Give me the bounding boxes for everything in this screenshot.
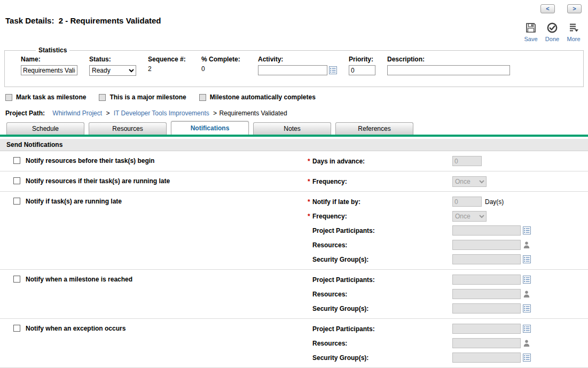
activity-label: Activity: [258,56,337,63]
notification-row: Notify when an exception occursProject P… [0,319,588,368]
activity-input[interactable] [258,65,327,75]
field-input[interactable] [452,324,521,334]
list-icon[interactable] [523,304,531,312]
field-input[interactable] [452,338,521,348]
more-button[interactable]: More [565,22,583,42]
priority-field-group: Priority: [349,56,375,75]
field-input[interactable] [452,156,482,166]
notification-checkbox[interactable] [13,198,20,205]
previous-task-button[interactable]: < [540,4,555,13]
list-icon[interactable] [329,66,337,74]
field-select[interactable]: Once [452,211,487,222]
list-icon[interactable] [523,354,531,362]
field-input[interactable] [452,240,521,250]
project-path-label: Project Path: [5,109,45,117]
next-task-button[interactable]: > [567,4,582,13]
field-control [452,324,531,334]
done-button[interactable]: Done [543,22,561,42]
sequence-label: Sequence #: [148,56,190,63]
description-input[interactable] [387,65,510,75]
notification-label: Notify if task(s) are running late [26,198,122,205]
project-path: Project Path: Whirlwind Project > IT Dev… [5,109,588,117]
notification-fields: Project Participants:Resources:Security … [307,322,588,365]
field-label: Resources: [312,291,452,298]
notification-row: Notify if task(s) are running lateNotify… [0,192,588,270]
percent-complete-field-group: % Complete: 0 [201,56,246,73]
name-label: Name: [21,56,77,63]
done-icon [546,22,558,35]
field-label: Notify if late by: [312,198,452,206]
milestone-option: Mark task as milestone [5,93,86,101]
project-path-link-project[interactable]: Whirlwind Project [52,109,102,117]
field-row: Frequency:Once [307,174,588,189]
notification-checkbox[interactable] [13,157,20,164]
field-control: Day(s) [452,197,504,207]
field-input[interactable] [452,254,521,264]
field-input[interactable] [452,289,521,299]
field-control [452,225,531,236]
field-input[interactable] [452,353,521,363]
field-label: Resources: [312,340,452,347]
notification-label: Notify when an exception occurs [26,325,126,332]
percent-complete-label: % Complete: [201,56,246,63]
priority-label: Priority: [349,56,375,63]
field-input[interactable] [452,225,521,236]
field-select[interactable]: Once [452,176,487,187]
person-icon[interactable] [523,339,530,347]
field-input[interactable] [452,275,521,285]
milestone-auto-completes-checkbox[interactable] [199,94,206,101]
done-label: Done [545,36,559,42]
field-row: Frequency:Once [307,209,588,223]
field-row: Security Group(s): [307,350,588,365]
task-navigation: < > [540,4,582,13]
tab-notes[interactable]: Notes [253,122,331,135]
notification-checkbox[interactable] [13,325,20,332]
project-path-link-summary-task[interactable]: IT Developer Tools Improvements [114,109,209,117]
field-row: Project Participants: [307,223,588,238]
list-icon[interactable] [523,276,531,284]
save-button[interactable]: Save [522,22,540,42]
notification-option: Notify when a milestone is reached [0,272,307,316]
field-row: Resources: [307,238,588,252]
field-label: Days in advance: [312,158,452,165]
field-row: Days in advance: [307,154,588,168]
field-input[interactable] [452,197,482,207]
field-label: Security Group(s): [312,256,452,263]
tab-notifications[interactable]: Notifications [171,121,249,135]
tab-schedule[interactable]: Schedule [6,122,84,135]
notification-checkbox[interactable] [13,177,20,184]
field-row: Notify if late by:Day(s) [307,194,588,209]
tab-resources[interactable]: Resources [89,122,167,135]
status-select[interactable]: Ready [89,65,136,76]
tab-references[interactable]: References [335,122,413,135]
tab-bar: Schedule Resources Notifications Notes R… [6,121,588,135]
person-icon[interactable] [523,290,530,298]
field-control: Once [452,176,487,187]
list-icon[interactable] [523,255,531,263]
field-label: Security Group(s): [312,305,452,312]
field-row: Resources: [307,287,588,301]
notification-checkbox[interactable] [13,276,20,283]
person-icon[interactable] [523,241,530,249]
field-input[interactable] [452,303,521,314]
notification-option: Notify if task(s) are running late [0,194,307,267]
major-milestone-checkbox[interactable] [99,94,106,101]
mark-task-as-milestone-checkbox[interactable] [5,94,12,101]
description-field-group: Description: [387,56,510,75]
field-row: Resources: [307,336,588,350]
path-separator: > [106,109,109,117]
field-label: Frequency: [312,213,452,220]
list-icon[interactable] [523,325,531,333]
name-input[interactable] [21,65,77,75]
notification-label: Notify resources before their task(s) be… [26,157,154,165]
field-label: Project Participants: [312,227,452,234]
field-row: Security Group(s): [307,301,588,316]
list-icon[interactable] [523,226,531,234]
field-row: Project Participants: [307,322,588,336]
field-label: Security Group(s): [312,354,452,362]
priority-input[interactable] [349,65,375,75]
notification-option: Notify resources before their task(s) be… [0,154,307,168]
percent-complete-value: 0 [201,65,246,73]
milestone-option: This is a major milestone [99,93,186,101]
checkbox-label: This is a major milestone [109,93,186,101]
